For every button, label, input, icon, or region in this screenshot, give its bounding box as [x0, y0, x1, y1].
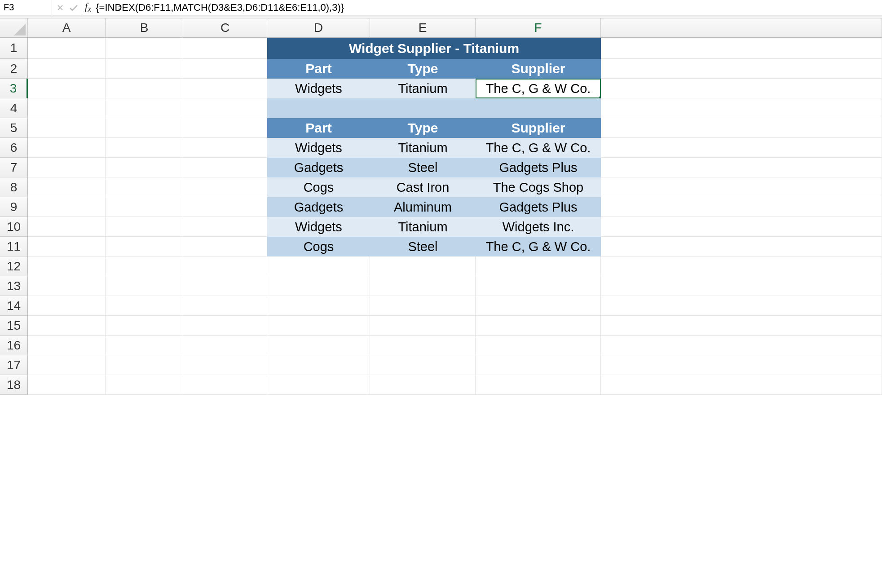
cell-A2[interactable] [28, 59, 106, 79]
row-header-11[interactable]: 11 [0, 237, 28, 256]
cell-F16[interactable] [476, 336, 601, 355]
cell-C4[interactable] [183, 98, 267, 118]
cell-B4[interactable] [106, 98, 183, 118]
fx-icon[interactable]: fx [82, 0, 94, 14]
cell-B13[interactable] [106, 276, 183, 296]
cell-F6[interactable]: The C, G & W Co. [476, 138, 601, 158]
fill-handle[interactable] [599, 97, 601, 98]
cell-E13[interactable] [370, 276, 476, 296]
cell-E17[interactable] [370, 355, 476, 375]
row-header-1[interactable]: 1 [0, 38, 28, 59]
row-header-15[interactable]: 15 [0, 316, 28, 336]
cell-E15[interactable] [370, 316, 476, 336]
cell-E7[interactable]: Steel [370, 158, 476, 177]
row-header-10[interactable]: 10 [0, 217, 28, 237]
cell-E5[interactable]: Type [370, 118, 476, 138]
cell-F18[interactable] [476, 375, 601, 395]
cell-A16[interactable] [28, 336, 106, 355]
cell-G11[interactable] [601, 237, 882, 256]
cell-G14[interactable] [601, 296, 882, 316]
cell-B17[interactable] [106, 355, 183, 375]
cell-E6[interactable]: Titanium [370, 138, 476, 158]
cell-G18[interactable] [601, 375, 882, 395]
cell-A12[interactable] [28, 256, 106, 276]
cell-D17[interactable] [267, 355, 370, 375]
cell-B6[interactable] [106, 138, 183, 158]
cell-C17[interactable] [183, 355, 267, 375]
cell-F2[interactable]: Supplier [476, 59, 601, 79]
cell-F8[interactable]: The Cogs Shop [476, 177, 601, 197]
cell-C8[interactable] [183, 177, 267, 197]
cell-A10[interactable] [28, 217, 106, 237]
cell-F12[interactable] [476, 256, 601, 276]
cell-E2[interactable]: Type [370, 59, 476, 79]
cell-D15[interactable] [267, 316, 370, 336]
row-header-3[interactable]: 3 [0, 79, 28, 98]
row-header-8[interactable]: 8 [0, 177, 28, 197]
cell-A7[interactable] [28, 158, 106, 177]
cell-C10[interactable] [183, 217, 267, 237]
cell-F11[interactable]: The C, G & W Co. [476, 237, 601, 256]
cell-D8[interactable]: Cogs [267, 177, 370, 197]
cell-B16[interactable] [106, 336, 183, 355]
row-header-12[interactable]: 12 [0, 256, 28, 276]
row-header-18[interactable]: 18 [0, 375, 28, 395]
cell-C6[interactable] [183, 138, 267, 158]
cell-B14[interactable] [106, 296, 183, 316]
row-header-13[interactable]: 13 [0, 276, 28, 296]
column-header-D[interactable]: D [267, 18, 370, 38]
cell-E16[interactable] [370, 336, 476, 355]
cell-B7[interactable] [106, 158, 183, 177]
cell-G15[interactable] [601, 316, 882, 336]
cell-A14[interactable] [28, 296, 106, 316]
cell-G7[interactable] [601, 158, 882, 177]
cell-F15[interactable] [476, 316, 601, 336]
cell-G5[interactable] [601, 118, 882, 138]
cell-A11[interactable] [28, 237, 106, 256]
row-header-6[interactable]: 6 [0, 138, 28, 158]
row-header-14[interactable]: 14 [0, 296, 28, 316]
cell-D1-F1-title[interactable]: Widget Supplier - Titanium [267, 38, 601, 59]
cell-G12[interactable] [601, 256, 882, 276]
cell-A15[interactable] [28, 316, 106, 336]
cell-B1[interactable] [106, 38, 183, 59]
column-header-rest[interactable] [601, 18, 882, 38]
cell-D4[interactable] [267, 98, 370, 118]
cell-F7[interactable]: Gadgets Plus [476, 158, 601, 177]
cell-C1[interactable] [183, 38, 267, 59]
cell-C12[interactable] [183, 256, 267, 276]
cell-G9[interactable] [601, 197, 882, 217]
cell-E9[interactable]: Aluminum [370, 197, 476, 217]
cell-C2[interactable] [183, 59, 267, 79]
row-header-2[interactable]: 2 [0, 59, 28, 79]
cell-B2[interactable] [106, 59, 183, 79]
cell-E11[interactable]: Steel [370, 237, 476, 256]
cell-G2[interactable] [601, 59, 882, 79]
enter-icon[interactable] [69, 3, 78, 12]
cell-A1[interactable] [28, 38, 106, 59]
cell-E18[interactable] [370, 375, 476, 395]
cell-B9[interactable] [106, 197, 183, 217]
cell-D14[interactable] [267, 296, 370, 316]
cell-G6[interactable] [601, 138, 882, 158]
cell-B18[interactable] [106, 375, 183, 395]
row-header-4[interactable]: 4 [0, 98, 28, 118]
cell-C11[interactable] [183, 237, 267, 256]
cell-A5[interactable] [28, 118, 106, 138]
row-header-7[interactable]: 7 [0, 158, 28, 177]
cell-C3[interactable] [183, 79, 267, 98]
cell-A18[interactable] [28, 375, 106, 395]
cell-D5[interactable]: Part [267, 118, 370, 138]
cell-C5[interactable] [183, 118, 267, 138]
row-header-9[interactable]: 9 [0, 197, 28, 217]
cell-F17[interactable] [476, 355, 601, 375]
cell-D13[interactable] [267, 276, 370, 296]
cell-B5[interactable] [106, 118, 183, 138]
cell-G13[interactable] [601, 276, 882, 296]
cell-A4[interactable] [28, 98, 106, 118]
cell-C13[interactable] [183, 276, 267, 296]
cell-E8[interactable]: Cast Iron [370, 177, 476, 197]
cell-D7[interactable]: Gadgets [267, 158, 370, 177]
cell-C9[interactable] [183, 197, 267, 217]
cell-B8[interactable] [106, 177, 183, 197]
